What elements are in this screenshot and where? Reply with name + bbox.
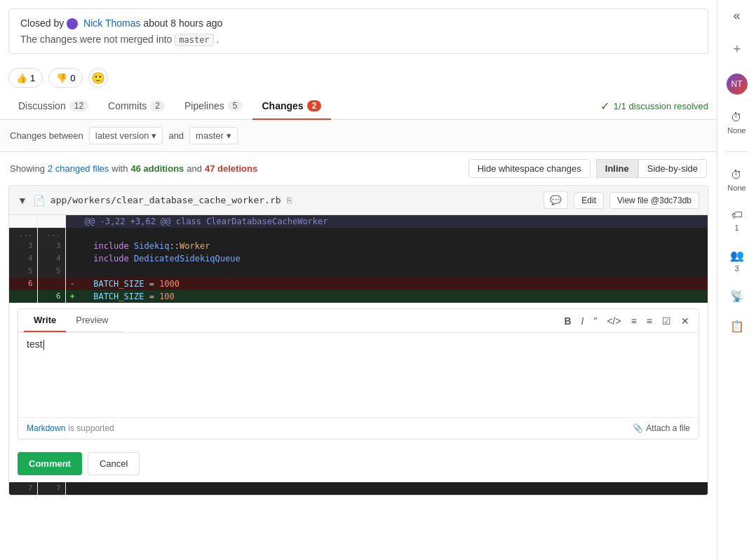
diff-row: 7 7 [9,482,708,495]
hide-whitespace-button[interactable]: Hide whitespace changes [468,159,590,178]
diff-row: ... ... [9,228,708,240]
add-comment-button[interactable]: 💬 [544,191,568,209]
changes-filter-bar: Changes between latest version ▾ and mas… [0,120,717,152]
changed-files-link[interactable]: 2 changed files [48,163,109,174]
bold-button[interactable]: B [560,313,574,329]
quote-button[interactable]: " [590,313,600,329]
sidebar-labels[interactable]: 🏷 1 [731,209,743,232]
merged-line: The changes were not merged into master … [20,34,696,45]
file-stats-bar: Showing 2 changed files with 46 addition… [0,152,717,185]
close-editor-button[interactable]: ✕ [677,313,693,329]
tab-changes[interactable]: Changes 2 [252,93,332,120]
tab-discussion[interactable]: Discussion 12 [8,93,98,120]
thumbs-down-count: 0 [70,73,75,83]
author-link[interactable]: Nick Thomas [83,18,140,29]
hunk-text: @@ -3,22 +3,62 @@ class ClearDatabaseCac… [79,215,708,228]
commits-badge: 2 [150,100,165,111]
cancel-button[interactable]: Cancel [88,452,140,475]
time-label: None [727,126,745,135]
edit-file-button[interactable]: Edit [574,192,604,209]
diff-file: ▼ 📄 app/workers/clear_database_cache_wor… [8,185,708,496]
diff-row: 5 5 [9,265,708,278]
copy-path-icon[interactable]: ⎘ [287,196,292,205]
collapse-file-icon[interactable]: ▼ [18,195,27,206]
diff-row-added: 6 + BATCH_SIZE = 100 [9,290,708,303]
sidebar-copy[interactable]: 📋 [730,320,744,333]
side-by-side-button[interactable]: Side-by-side [638,159,707,178]
sidebar-time[interactable]: ⏱ None [727,111,745,135]
tab-pipelines[interactable]: Pipelines 5 [175,93,252,120]
sidebar-collapse-icon[interactable]: « [733,8,740,23]
right-sidebar: « ＋ NT ⏱ None ⏱ None 🏷 1 👥 3 📡 📋 [717,0,756,560]
tab-preview[interactable]: Preview [66,309,118,332]
inline-view-button[interactable]: Inline [596,159,638,178]
comment-textarea[interactable]: test| [27,339,690,409]
sidebar-divider [726,151,748,152]
diff-table-after: 7 7 [9,482,708,495]
unordered-list-button[interactable]: ≡ [628,313,640,329]
closed-by-line: Closed by Nick Thomas about 8 hours ago [20,18,696,29]
changes-between-label: Changes between [10,130,83,141]
branch-select[interactable]: master ▾ [189,127,238,144]
participants-icon: 👥 [730,249,744,262]
code-button[interactable]: </> [603,313,624,329]
sidebar-participants[interactable]: 👥 3 [730,249,744,273]
copy-icon: 📋 [730,320,744,333]
inline-comment-box: Write Preview B I " </> ≡ ≡ ☑ ✕ test| M [18,308,699,439]
milestone-icon: ⏱ [731,169,742,182]
diff-file-header: ▼ 📄 app/workers/clear_database_cache_wor… [9,186,708,215]
view-toggle: Hide whitespace changes Inline Side-by-s… [468,159,707,178]
diff-row-removed: 6 - BATCH_SIZE = 1000 [9,278,708,290]
comment-footer: Markdown is supported 📎 Attach a file [18,417,698,439]
pipelines-badge: 5 [228,100,243,111]
thumbs-up-reaction[interactable]: 👍 1 [8,68,43,88]
thumbs-up-emoji: 👍 [16,73,27,83]
resolved-text: 1/1 discussion resolved [614,101,708,111]
diff-hunk-header: @@ -3,22 +3,62 @@ class ClearDatabaseCac… [9,215,708,228]
labels-count: 1 [734,224,738,232]
closed-banner: Closed by Nick Thomas about 8 hours ago … [8,8,708,54]
branch-name: master [175,34,213,46]
tab-commits[interactable]: Commits 2 [98,93,175,120]
diff-table: @@ -3,22 +3,62 @@ class ClearDatabaseCac… [9,215,708,303]
participants-count: 3 [734,264,738,273]
attach-file-button[interactable]: 📎 Attach a file [633,423,690,433]
file-type-icon: 📄 [33,195,45,206]
label-icon: 🏷 [731,209,743,221]
and-separator: and [168,130,184,141]
markdown-supported-text: is supported [68,423,114,433]
author-avatar [67,18,78,29]
clock-icon: ⏱ [731,111,742,124]
check-circle-icon: ✓ [600,100,609,113]
file-path: app/workers/clear_database_cache_worker.… [50,195,281,205]
resolved-discussions: ✓ 1/1 discussion resolved [600,100,708,113]
ordered-list-button[interactable]: ≡ [643,313,656,329]
smiley-icon: 🙂 [91,71,105,85]
plus-icon: ＋ [731,40,743,57]
italic-button[interactable]: I [578,313,588,329]
user-avatar[interactable]: NT [727,74,748,95]
tab-write[interactable]: Write [24,309,66,332]
changes-badge: 2 [307,100,322,111]
comment-tabs: Write Preview [18,309,124,332]
add-reaction-button[interactable]: 🙂 [88,68,108,88]
comment-body: test| [18,333,698,417]
sidebar-subscribe[interactable]: 📡 [730,289,744,303]
time-ago: about 8 hours ago [143,18,222,29]
additions-count: 46 additions [130,163,184,174]
task-list-button[interactable]: ☑ [659,313,675,329]
deletions-count: 47 deletions [205,163,257,174]
chevron-down-icon: ▾ [151,130,156,141]
closed-by-text: Closed by [20,18,64,29]
mr-tabs: Discussion 12 Commits 2 Pipelines 5 Chan… [0,93,717,120]
comment-tab-header: Write Preview B I " </> ≡ ≡ ☑ ✕ [18,309,698,333]
version-select[interactable]: latest version ▾ [89,127,163,144]
view-file-button[interactable]: View file @3dc73db [609,192,699,209]
sidebar-add-item[interactable]: ＋ [731,40,743,57]
markdown-link[interactable]: Markdown [27,423,65,433]
thumbs-down-reaction[interactable]: 👎 0 [48,68,83,88]
comment-toolbar: B I " </> ≡ ≡ ☑ ✕ [555,310,698,332]
discussion-badge: 12 [69,100,88,111]
comment-button[interactable]: Comment [18,452,82,475]
sidebar-milestone[interactable]: ⏱ None [727,169,745,192]
